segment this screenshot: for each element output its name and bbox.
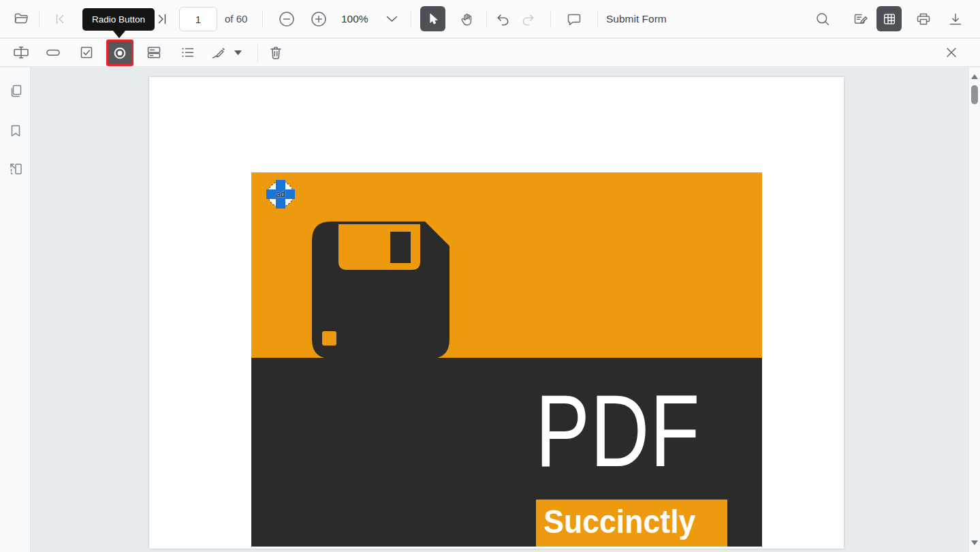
annotation-icon — [853, 11, 869, 27]
radio-field-label-fragment: ad — [268, 181, 294, 207]
scroll-up-arrow[interactable] — [971, 74, 978, 79]
open-folder-icon — [13, 11, 29, 27]
dropdown-field-button[interactable] — [142, 41, 165, 64]
password-field-icon — [44, 44, 62, 61]
redo-icon — [520, 12, 536, 27]
document-viewer: PDF Succinctly ad — [31, 67, 980, 552]
checkbox-field-icon — [78, 44, 95, 61]
extract-pages-icon — [7, 161, 24, 177]
last-page-icon — [154, 11, 170, 27]
trash-icon — [268, 44, 284, 61]
submit-form-button[interactable]: Submit Form — [606, 0, 667, 38]
page-thumbnails-button[interactable] — [7, 82, 25, 100]
pdf-page: PDF Succinctly ad — [149, 77, 844, 549]
listbox-field-button[interactable] — [176, 41, 199, 64]
divider — [486, 10, 487, 28]
search-icon — [815, 11, 831, 27]
checkbox-field-button[interactable] — [75, 41, 98, 64]
book-cover-image: PDF Succinctly — [251, 172, 762, 547]
signature-field-button[interactable] — [207, 41, 230, 64]
page-count-label: of 60 — [225, 0, 247, 38]
undo-icon — [495, 12, 511, 27]
cursor-arrow-icon — [426, 12, 441, 27]
radio-field-drag-handle[interactable]: ad — [266, 180, 295, 209]
close-icon — [945, 46, 958, 59]
caret-down-icon — [234, 50, 242, 55]
zoom-in-button[interactable] — [307, 7, 330, 31]
radio-button-field-icon — [112, 45, 128, 61]
comment-button[interactable] — [563, 7, 586, 31]
bookmarks-button[interactable] — [7, 122, 25, 140]
password-field-button[interactable] — [42, 41, 65, 64]
download-button[interactable] — [944, 7, 967, 31]
divider — [550, 10, 551, 28]
print-icon — [915, 11, 932, 27]
first-page-icon — [52, 11, 68, 27]
textbox-field-button[interactable] — [10, 41, 33, 64]
zoom-dropdown-button[interactable] — [380, 7, 403, 31]
form-designer-grid-icon — [882, 12, 897, 27]
zoom-in-icon — [310, 10, 328, 28]
signature-field-icon — [210, 44, 227, 61]
divider — [257, 44, 258, 62]
cover-title: PDF — [535, 380, 700, 482]
left-sidebar — [0, 67, 31, 552]
radio-button-field-button[interactable] — [106, 40, 133, 66]
divider — [411, 10, 411, 28]
page-thumbnails-icon — [7, 83, 24, 99]
hand-tool-button[interactable] — [455, 7, 478, 31]
zoom-level-dropdown[interactable]: 100% — [341, 0, 368, 38]
delete-field-button[interactable] — [264, 41, 287, 64]
bookmark-icon — [7, 123, 24, 139]
redo-button[interactable] — [516, 7, 539, 31]
comment-icon — [566, 11, 582, 27]
open-file-button[interactable] — [10, 7, 33, 31]
divider — [39, 10, 39, 28]
print-button[interactable] — [912, 7, 935, 31]
scroll-down-arrow[interactable] — [971, 540, 978, 545]
divider — [597, 10, 598, 28]
page-number-input[interactable] — [179, 7, 217, 31]
form-designer-toolbar — [0, 39, 980, 67]
scrollbar-thumb[interactable] — [971, 85, 978, 104]
hand-icon — [459, 12, 475, 27]
floppy-disk-icon — [312, 221, 449, 358]
annotation-button[interactable] — [849, 7, 872, 31]
dropdown-field-icon — [146, 44, 162, 61]
download-icon — [947, 11, 964, 27]
vertical-scrollbar[interactable] — [968, 67, 980, 552]
chevron-down-icon — [386, 16, 398, 22]
cover-subtitle: Succinctly — [536, 500, 714, 540]
selection-tool-button[interactable] — [420, 6, 445, 31]
signature-dropdown-button[interactable] — [230, 41, 245, 64]
extract-pages-button[interactable] — [7, 160, 25, 178]
search-button[interactable] — [811, 7, 834, 31]
zoom-out-button[interactable] — [275, 7, 298, 31]
cover-subtitle-banner: Succinctly — [536, 500, 727, 547]
undo-button[interactable] — [491, 7, 514, 31]
listbox-field-icon — [179, 44, 195, 61]
close-form-designer-button[interactable] — [940, 41, 963, 64]
zoom-out-icon — [278, 10, 296, 28]
form-designer-button[interactable] — [876, 6, 902, 31]
divider — [262, 10, 263, 28]
tooltip: Radio Button — [82, 8, 155, 31]
first-page-button[interactable] — [48, 7, 72, 31]
textbox-field-icon — [12, 44, 30, 61]
